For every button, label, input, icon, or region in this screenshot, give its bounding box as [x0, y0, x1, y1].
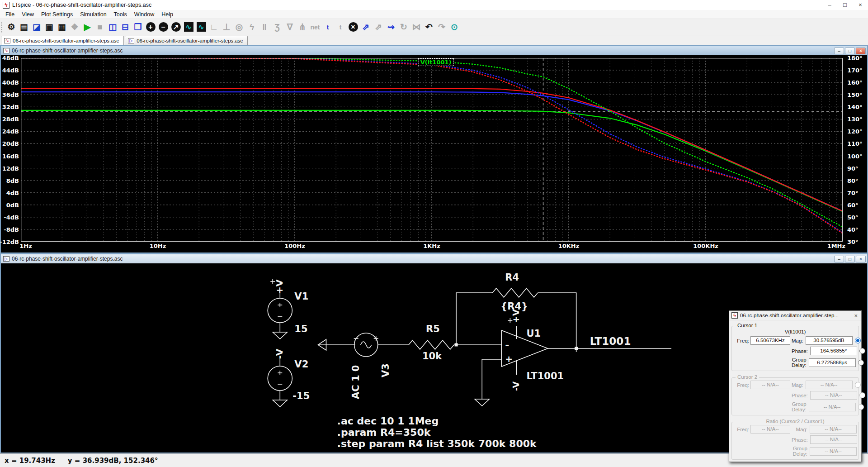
spice-directive-text[interactable]: .ac dec 10 1 1Meg — [337, 415, 439, 427]
measurement-value-field[interactable]: -- N/A-- — [809, 403, 856, 411]
cursor-radio-button[interactable] — [859, 348, 865, 354]
measurement-value-field[interactable]: 30.576595dB — [806, 336, 853, 345]
menu-window[interactable]: Window — [131, 10, 158, 19]
zoom-in-icon[interactable]: + — [144, 21, 157, 33]
close-button[interactable]: × — [853, 0, 868, 10]
opamp-noninverting-input[interactable]: + — [505, 353, 513, 364]
measurement-value-field[interactable]: 164.56855° — [810, 347, 857, 355]
sch-minimize-button[interactable]: – — [834, 256, 844, 262]
v3-sine[interactable] — [361, 342, 372, 348]
print-icon[interactable]: ▦ — [56, 21, 68, 33]
halt-icon[interactable]: ■ — [94, 21, 106, 33]
wave-minimize-button[interactable]: – — [834, 48, 844, 54]
r5-value[interactable]: 10k — [422, 350, 442, 362]
v2-ground[interactable] — [273, 400, 287, 407]
opamp-inverting-input[interactable]: - — [505, 339, 509, 351]
menu-file[interactable]: File — [2, 10, 18, 19]
trace-label[interactable]: V(lt1001) — [418, 58, 454, 66]
cursor-radio-button[interactable] — [858, 360, 864, 366]
wire-icon[interactable]: ∟ — [208, 21, 220, 33]
cursor-radio-button[interactable] — [858, 404, 864, 410]
wave-restore-button[interactable]: □ — [845, 48, 855, 54]
cursor-dialog-close-icon[interactable]: × — [853, 312, 859, 319]
v2-net-flag[interactable]: -V — [274, 348, 285, 359]
fft-icon[interactable]: ∿ — [195, 21, 208, 33]
tab-waveform[interactable]: ∿06-rc-phase-shift-oscillator-amplifier-… — [1, 36, 124, 45]
plot-area[interactable]: V(lt1001) — [21, 58, 843, 242]
resistor-icon[interactable]: ϟ — [245, 21, 258, 33]
v1-value[interactable]: 15 — [294, 323, 307, 334]
opamp-vplus-flag[interactable]: +V — [511, 309, 521, 323]
rotate-icon[interactable]: ↻ — [397, 21, 410, 33]
r5-name[interactable]: R5 — [426, 323, 440, 334]
text-icon[interactable]: t — [321, 21, 334, 33]
v1-net-flag[interactable]: +V — [274, 279, 285, 294]
v2-source[interactable] — [268, 366, 292, 391]
save-icon[interactable]: ▣ — [43, 21, 56, 33]
feedback-wire[interactable] — [538, 293, 576, 352]
tile-vertical-icon[interactable]: ◫ — [106, 21, 119, 33]
freq-value-field[interactable]: 6.50673KHz — [750, 336, 790, 345]
sch-close-button[interactable]: × — [856, 256, 866, 262]
menu-help[interactable]: Help — [158, 10, 177, 19]
paste-icon[interactable]: ❖ — [68, 21, 81, 33]
zoom-out-icon[interactable]: − — [157, 21, 170, 33]
trace-v-lt1001-magnitude-r4-800k[interactable] — [21, 88, 843, 211]
opamp-ground[interactable] — [475, 399, 489, 406]
r4-resistor[interactable] — [492, 288, 538, 297]
find-icon[interactable]: ⇗ — [372, 21, 385, 33]
tile-horizontal-icon[interactable]: ⊟ — [119, 21, 132, 33]
waveform-titlebar[interactable]: ∿ 06-rc-phase-shift-oscillator-amplifier… — [1, 46, 867, 55]
cursor-radio-button[interactable] — [855, 338, 861, 343]
toolbar-grip[interactable] — [1, 21, 4, 33]
measurement-value-field[interactable]: -- N/A-- — [810, 447, 857, 456]
output-net-label[interactable]: LT1001 — [590, 335, 631, 347]
ground-icon[interactable]: ⊥ — [220, 21, 233, 33]
menu-simulation[interactable]: Simulation — [76, 10, 110, 19]
component-icon[interactable]: ⋔ — [296, 21, 309, 33]
duplicate-icon[interactable]: ⇗ — [359, 21, 372, 33]
spice-directive-icon[interactable]: t — [334, 21, 347, 33]
freq-value-field[interactable]: -- N/A-- — [750, 425, 790, 434]
v1-source[interactable] — [268, 298, 292, 323]
v2-name[interactable]: V2 — [294, 358, 308, 370]
inductor-icon[interactable]: Ʒ — [271, 21, 283, 33]
capacitor-icon[interactable]: ‖ — [258, 21, 271, 33]
menu-plot-settings[interactable]: Plot Settings — [38, 10, 76, 19]
freq-value-field[interactable]: -- N/A-- — [750, 381, 790, 389]
label-net-icon[interactable]: ◎ — [233, 21, 245, 33]
tab-schematic[interactable]: ▷06-rc-phase-shift-oscillator-amplifier-… — [125, 36, 248, 45]
maximize-button[interactable]: □ — [837, 0, 853, 10]
diode-icon[interactable]: ∇ — [283, 21, 296, 33]
mirror-icon[interactable]: ⋈ — [410, 21, 423, 33]
measurement-value-field[interactable]: 6.2725868µs — [809, 358, 856, 367]
v3-name[interactable]: V3 — [380, 363, 391, 377]
undo-icon[interactable]: ↶ — [423, 21, 435, 33]
measurement-value-field[interactable]: -- N/A-- — [810, 391, 857, 400]
minimize-button[interactable]: – — [822, 0, 837, 10]
zoom-full-extents-icon[interactable]: ↗ — [170, 21, 182, 33]
redo-icon[interactable]: ↷ — [435, 21, 448, 33]
menu-view[interactable]: View — [18, 10, 38, 19]
u1-value[interactable]: LT1001 — [526, 370, 564, 381]
sch-restore-button[interactable]: □ — [845, 256, 855, 262]
measurement-value-field[interactable]: -- N/A-- — [810, 435, 857, 444]
menu-tools[interactable]: Tools — [110, 10, 131, 19]
noninv-wire[interactable] — [482, 359, 501, 399]
net-label-icon[interactable]: net — [309, 21, 321, 33]
v3-value[interactable]: AC 1 0 — [350, 365, 361, 399]
feedback-wire[interactable] — [456, 293, 492, 345]
u1-name[interactable]: U1 — [526, 328, 541, 339]
autorange-y-icon[interactable]: ∿ — [182, 21, 195, 33]
delete-icon[interactable]: × — [347, 21, 359, 33]
plot-pane[interactable]: 48dB44dB40dB36dB32dB28dB24dB20dB16dB12dB… — [1, 55, 867, 253]
v2-value[interactable]: -15 — [292, 390, 310, 401]
new-schematic-icon[interactable]: ▤ — [18, 21, 30, 33]
r4-name[interactable]: R4 — [505, 272, 519, 283]
r5-resistor[interactable] — [409, 340, 454, 349]
v1-ground[interactable] — [273, 332, 287, 339]
cascade-icon[interactable]: ❒ — [132, 21, 144, 33]
spice-directive-text[interactable]: .param R4=350k — [337, 427, 431, 438]
measurement-value-field[interactable]: -- N/A-- — [806, 381, 853, 389]
cursor-dialog-titlebar[interactable]: ϟ 06-rc-phase-shift-oscillator-amplifier… — [729, 311, 861, 320]
